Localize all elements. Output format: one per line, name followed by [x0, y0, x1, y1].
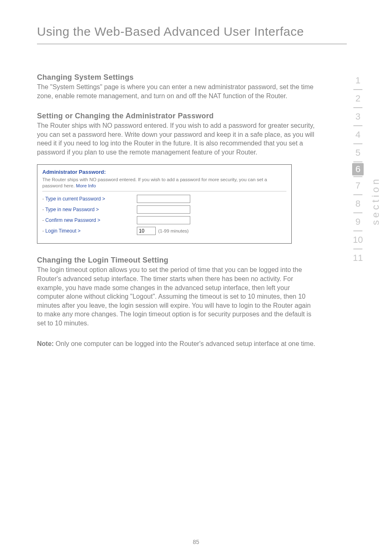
nav-item-6-label: 6 — [352, 163, 364, 175]
admin-password-panel: Administrator Password: The Router ships… — [37, 164, 292, 244]
login-timeout-input[interactable] — [137, 227, 156, 235]
body-admin-password: The Router ships with NO password entere… — [37, 121, 316, 157]
nav-divider — [353, 143, 362, 144]
nav-item-9[interactable]: 9 — [348, 217, 367, 227]
row-new-password: - Type in new Password > — [42, 205, 286, 214]
label-confirm-password-text: Confirm new Password > — [45, 217, 100, 223]
main-content: Changing System Settings The "System Set… — [37, 73, 316, 348]
login-timeout-units: (1-99 minutes) — [158, 228, 189, 233]
panel-description: The Router ships with NO password entere… — [42, 177, 286, 189]
nav-item-8[interactable]: 8 — [348, 198, 367, 209]
new-password-input[interactable] — [137, 205, 190, 214]
row-login-timeout: - Login Timeout > (1-99 minutes) — [42, 227, 286, 235]
label-new-password: - Type in new Password > — [42, 207, 137, 212]
nav-item-3[interactable]: 3 — [348, 111, 367, 122]
nav-divider — [353, 125, 362, 126]
nav-item-1[interactable]: 1 — [348, 75, 367, 86]
label-login-timeout-text: Login Timeout > — [45, 228, 81, 234]
nav-divider — [353, 89, 362, 90]
body-login-timeout: The login timeout option allows you to s… — [37, 265, 316, 327]
nav-item-6-active[interactable]: 6 — [348, 163, 367, 175]
heading-admin-password: Setting or Changing the Administrator Pa… — [37, 112, 316, 120]
note-text: Only one computer can be logged into the… — [54, 340, 315, 347]
nav-divider — [353, 107, 362, 108]
page-number: 85 — [0, 539, 392, 545]
nav-divider — [353, 212, 362, 213]
page-container: Using the Web-Based Advanced User Interf… — [0, 0, 392, 560]
label-current-password-text: Type in current Password > — [45, 196, 105, 202]
nav-item-11[interactable]: 11 — [348, 253, 367, 263]
note-paragraph: Note: Only one computer can be logged in… — [37, 339, 316, 348]
panel-title: Administrator Password: — [42, 169, 286, 175]
title-divider — [37, 44, 347, 44]
more-info-link[interactable]: More Info — [76, 183, 96, 188]
current-password-input[interactable] — [137, 195, 190, 203]
heading-changing-system-settings: Changing System Settings — [37, 73, 316, 82]
heading-login-timeout: Changing the Login Timeout Setting — [37, 256, 316, 265]
nav-divider — [353, 194, 362, 195]
confirm-password-input[interactable] — [137, 216, 190, 224]
nav-item-4[interactable]: 4 — [348, 129, 367, 140]
body-changing-system-settings: The "System Settings" page is where you … — [37, 83, 316, 100]
label-current-password: - Type in current Password > — [42, 196, 137, 202]
label-confirm-password: - Confirm new Password > — [42, 217, 137, 223]
nav-item-10[interactable]: 10 — [348, 235, 367, 245]
nav-divider — [353, 176, 362, 177]
label-new-password-text: Type in new Password > — [45, 207, 99, 212]
section-vertical-label: section — [370, 177, 381, 225]
panel-divider — [42, 191, 286, 191]
note-label: Note: — [37, 340, 54, 347]
nav-divider — [353, 230, 362, 231]
nav-item-5[interactable]: 5 — [348, 147, 367, 158]
nav-divider — [353, 249, 362, 249]
label-login-timeout: - Login Timeout > — [42, 228, 137, 234]
side-section-nav: 1 2 3 4 5 6 7 8 9 10 11 — [348, 72, 367, 267]
nav-divider — [353, 161, 362, 162]
row-confirm-password: - Confirm new Password > — [42, 216, 286, 224]
nav-item-2[interactable]: 2 — [348, 93, 367, 104]
nav-item-7[interactable]: 7 — [348, 180, 367, 191]
chapter-title: Using the Web-Based Advanced User Interf… — [37, 25, 347, 39]
row-current-password: - Type in current Password > — [42, 195, 286, 203]
